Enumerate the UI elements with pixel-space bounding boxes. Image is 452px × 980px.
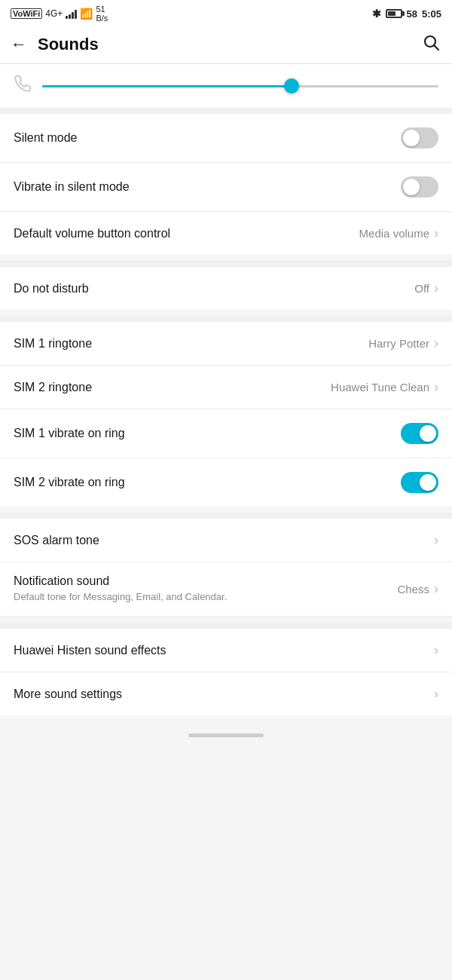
default-volume-button-item[interactable]: Default volume button control Media volu… <box>0 212 452 255</box>
sim1-ringtone-label: SIM 1 ringtone <box>14 337 92 351</box>
home-indicator <box>0 721 452 745</box>
sim1-ringtone-item[interactable]: SIM 1 ringtone Harry Potter › <box>0 322 452 366</box>
section-divider-2 <box>0 316 452 322</box>
volume-section <box>0 64 452 114</box>
huawei-histen-item[interactable]: Huawei Histen sound effects › <box>0 629 452 672</box>
sos-alarm-label: SOS alarm tone <box>14 534 99 547</box>
bluetooth-icon: ✱ <box>372 8 381 20</box>
sim1-vibrate-label: SIM 1 vibrate on ring <box>14 427 125 440</box>
vibrate-silent-thumb <box>403 179 420 195</box>
section-divider-4 <box>0 623 452 629</box>
general-settings-section: Silent mode Vibrate in silent mode Defau… <box>0 114 452 255</box>
sim1-vibrate-thumb <box>420 425 436 442</box>
status-left: VoWiFi 4G+ 📶 51B/s <box>11 5 108 23</box>
default-volume-label: Default volume button control <box>14 227 170 240</box>
battery-fill <box>388 11 396 16</box>
silent-mode-thumb <box>403 130 420 146</box>
status-right: ✱ 58 5:05 <box>372 8 442 20</box>
volume-slider[interactable] <box>42 78 438 93</box>
default-volume-value: Media volume › <box>359 225 438 241</box>
sim-section: SIM 1 ringtone Harry Potter › SIM 2 ring… <box>0 322 452 507</box>
battery-percent: 58 <box>407 8 417 20</box>
status-bar: VoWiFi 4G+ 📶 51B/s ✱ 58 5:05 <box>0 0 452 26</box>
svg-line-1 <box>435 46 439 51</box>
default-volume-text: Media volume <box>359 227 429 240</box>
sim2-ringtone-text: Huawei Tune Clean <box>331 381 429 394</box>
battery-display <box>386 9 402 18</box>
time-display: 5:05 <box>422 8 441 20</box>
sim2-vibrate-item[interactable]: SIM 2 vibrate on ring <box>0 458 452 507</box>
notification-sound-value: Chess › <box>397 581 438 597</box>
sim1-ringtone-value: Harry Potter › <box>368 335 438 351</box>
signal-bars-icon <box>66 8 77 19</box>
wifi-icon: 📶 <box>80 8 93 20</box>
phone-icon <box>14 75 32 97</box>
sim2-ringtone-value: Huawei Tune Clean › <box>331 379 438 395</box>
back-button[interactable]: ← <box>8 33 30 56</box>
huawei-histen-right: › <box>432 642 438 658</box>
dnd-section: Do not disturb Off › <box>0 267 452 310</box>
header-left: ← Sounds <box>8 33 99 56</box>
more-sound-settings-label: More sound settings <box>14 688 122 701</box>
notification-sound-title: Notification sound <box>14 574 227 588</box>
dnd-label: Do not disturb <box>14 282 89 296</box>
more-sound-settings-item[interactable]: More sound settings › <box>0 672 452 715</box>
sim1-vibrate-item[interactable]: SIM 1 vibrate on ring <box>0 409 452 458</box>
sim1-ringtone-text: Harry Potter <box>368 337 429 350</box>
sim1-vibrate-toggle[interactable] <box>401 423 438 444</box>
notification-sound-text: Chess <box>397 583 429 596</box>
extra-settings-section: Huawei Histen sound effects › More sound… <box>0 629 452 715</box>
silent-mode-toggle[interactable] <box>401 127 438 149</box>
silent-mode-item[interactable]: Silent mode <box>0 114 452 163</box>
default-volume-chevron: › <box>434 225 438 241</box>
alarm-notification-section: SOS alarm tone › Notification sound Defa… <box>0 519 452 617</box>
sim2-vibrate-thumb <box>420 474 436 491</box>
network-type: 4G+ <box>45 8 63 19</box>
huawei-histen-chevron: › <box>434 642 438 658</box>
notification-sound-chevron: › <box>434 581 438 597</box>
vibrate-silent-item[interactable]: Vibrate in silent mode <box>0 163 452 212</box>
more-sound-settings-right: › <box>432 686 438 702</box>
home-bar <box>188 733 264 737</box>
slider-fill <box>42 85 292 87</box>
vibrate-silent-label: Vibrate in silent mode <box>14 180 130 194</box>
page-title: Sounds <box>38 35 99 54</box>
sim2-ringtone-label: SIM 2 ringtone <box>14 381 92 394</box>
more-sound-settings-chevron: › <box>434 686 438 702</box>
dnd-item[interactable]: Do not disturb Off › <box>0 267 452 310</box>
dnd-chevron: › <box>434 280 438 296</box>
header: ← Sounds <box>0 26 452 64</box>
sos-alarm-right: › <box>432 532 438 548</box>
sim2-vibrate-toggle[interactable] <box>401 472 438 493</box>
dnd-value: Off › <box>414 280 438 296</box>
sos-alarm-chevron: › <box>434 532 438 548</box>
sos-alarm-item[interactable]: SOS alarm tone › <box>0 519 452 562</box>
notification-sound-item[interactable]: Notification sound Default tone for Mess… <box>0 562 452 617</box>
section-divider-1 <box>0 261 452 267</box>
sim2-ringtone-chevron: › <box>434 379 438 395</box>
notification-text-group: Notification sound Default tone for Mess… <box>14 574 227 604</box>
huawei-histen-label: Huawei Histen sound effects <box>14 644 166 657</box>
dnd-text: Off <box>414 282 429 295</box>
sim2-ringtone-item[interactable]: SIM 2 ringtone Huawei Tune Clean › <box>0 366 452 409</box>
silent-mode-label: Silent mode <box>14 131 78 145</box>
vowifi-label: VoWiFi <box>11 8 42 19</box>
slider-thumb[interactable] <box>284 78 299 93</box>
search-button[interactable] <box>422 33 440 56</box>
sim1-ringtone-chevron: › <box>434 335 438 351</box>
section-divider-3 <box>0 513 452 519</box>
data-speed: 51B/s <box>96 5 108 23</box>
sim2-vibrate-label: SIM 2 vibrate on ring <box>14 476 125 489</box>
slider-track <box>42 85 438 87</box>
vibrate-silent-toggle[interactable] <box>401 176 438 198</box>
notification-sound-subtitle: Default tone for Messaging, Email, and C… <box>14 590 227 604</box>
